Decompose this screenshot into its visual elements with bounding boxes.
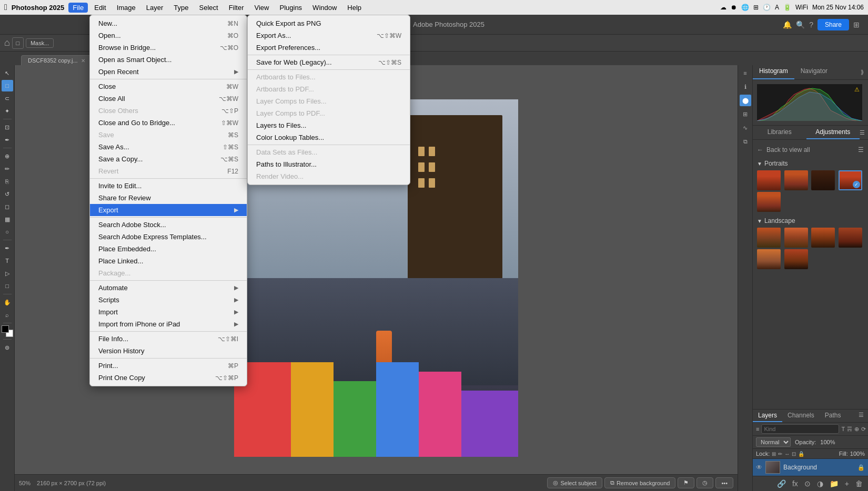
export-as-label: Export As...: [256, 32, 291, 39]
menu-select[interactable]: Select: [195, 3, 222, 13]
menu-place-linked[interactable]: Place Linked...: [90, 255, 247, 267]
menu-type[interactable]: Type: [169, 3, 193, 13]
menu-revert-label: Revert: [98, 167, 118, 175]
menu-search-stock[interactable]: Search Adobe Stock...: [90, 219, 247, 231]
menu-share-review-label: Share for Review: [98, 194, 151, 202]
menubar-clock[interactable]: 🕐: [763, 4, 771, 11]
menu-close-others: Close Others ⌥⇧P: [90, 105, 247, 117]
menu-filter[interactable]: Filter: [225, 3, 248, 13]
menu-window[interactable]: Window: [308, 3, 341, 13]
menu-sep-5: [90, 331, 247, 332]
export-sep-2: [248, 69, 410, 70]
menu-import-iphone[interactable]: Import from iPhone or iPad ▶: [90, 318, 247, 330]
menu-help[interactable]: Help: [343, 3, 366, 13]
menu-export-label: Export: [98, 206, 118, 214]
menubar-record[interactable]: ⏺: [731, 4, 737, 11]
menu-open-smart-label: Open as Smart Object...: [98, 56, 171, 64]
quick-export-png-label: Quick Export as PNG: [256, 19, 321, 27]
menu-place-embedded[interactable]: Place Embedded...: [90, 243, 247, 255]
submenu-quick-export-png[interactable]: Quick Export as PNG: [248, 17, 410, 29]
menu-automate-label: Automate: [98, 284, 128, 292]
menu-package: Package...: [90, 267, 247, 279]
layer-comps-files-label: Layer Comps to Files...: [256, 97, 327, 105]
menu-file-info[interactable]: File Info... ⌥⇧⌘I: [90, 333, 247, 345]
menu-version-history-label: Version History: [98, 347, 144, 355]
menu-overlay[interactable]: New... ⌘N Open... ⌘O Browse in Bridge...…: [0, 0, 868, 491]
apple-menu[interactable]: : [4, 3, 7, 12]
file-menu: New... ⌘N Open... ⌘O Browse in Bridge...…: [89, 15, 247, 386]
menu-edit[interactable]: Edit: [90, 3, 110, 13]
menu-open[interactable]: Open... ⌘O: [90, 29, 247, 42]
menu-export[interactable]: Export ▶: [90, 204, 247, 216]
menubar-grid[interactable]: ⊞: [753, 4, 759, 11]
menu-close-bridge-label: Close and Go to Bridge...: [98, 119, 175, 127]
submenu-color-lookup[interactable]: Color Lookup Tables...: [248, 131, 410, 144]
menu-import-label: Import: [98, 308, 118, 316]
menu-sep-2: [90, 178, 247, 179]
menu-invite-edit[interactable]: Invite to Edit...: [90, 180, 247, 192]
submenu-export-as[interactable]: Export As... ⌥⇧⌘W: [248, 29, 410, 42]
submenu-save-for-web[interactable]: Save for Web (Legacy)... ⌥⇧⌘S: [248, 56, 410, 68]
menu-print-one-copy[interactable]: Print One Copy ⌥⇧⌘P: [90, 372, 247, 384]
menu-scripts[interactable]: Scripts ▶: [90, 294, 247, 306]
menu-package-label: Package...: [98, 269, 130, 277]
menu-view[interactable]: View: [250, 3, 274, 13]
menu-browse-bridge[interactable]: Browse in Bridge... ⌥⌘O: [90, 42, 247, 54]
submenu-export-preferences[interactable]: Export Preferences...: [248, 42, 410, 54]
menu-version-history[interactable]: Version History: [90, 345, 247, 357]
menu-close-bridge[interactable]: Close and Go to Bridge... ⇧⌘W: [90, 117, 247, 129]
menubar-wifi[interactable]: WiFi: [795, 4, 808, 11]
menu-close-all[interactable]: Close All ⌥⌘W: [90, 93, 247, 105]
menu-new-label: New...: [98, 19, 117, 27]
export-preferences-label: Export Preferences...: [256, 44, 320, 52]
submenu-data-sets: Data Sets as Files...: [248, 146, 410, 158]
app-name[interactable]: Photoshop 2025: [12, 4, 64, 12]
menu-automate[interactable]: Automate ▶: [90, 282, 247, 294]
menu-save-label: Save: [98, 131, 114, 139]
menu-save-as-label: Save As...: [98, 143, 129, 151]
artboards-pdf-label: Artboards to PDF...: [256, 85, 314, 93]
menu-save-as[interactable]: Save As... ⇧⌘S: [90, 141, 247, 153]
save-for-web-label: Save for Web (Legacy)...: [256, 58, 332, 66]
menu-print[interactable]: Print... ⌘P: [90, 360, 247, 372]
layer-comps-pdf-label: Layer Comps to PDF...: [256, 109, 325, 117]
menu-share-review[interactable]: Share for Review: [90, 192, 247, 204]
menu-open-recent[interactable]: Open Recent ▶: [90, 66, 247, 78]
menubar-battery[interactable]: 🔋: [783, 4, 791, 11]
menu-save: Save ⌘S: [90, 129, 247, 141]
submenu-artboards-files: Artboards to Files...: [248, 71, 410, 83]
menu-plugins[interactable]: Plugins: [275, 3, 306, 13]
menubar-calendar[interactable]: 🌐: [741, 4, 749, 11]
menubar:  Photoshop 2025 File Edit Image Layer T…: [0, 0, 868, 15]
menu-new[interactable]: New... ⌘N: [90, 17, 247, 29]
menu-search-express[interactable]: Search Adobe Express Templates...: [90, 231, 247, 243]
submenu-paths-illustrator[interactable]: Paths to Illustrator...: [248, 158, 410, 170]
menu-import[interactable]: Import ▶: [90, 306, 247, 318]
paths-illustrator-label: Paths to Illustrator...: [256, 160, 317, 168]
menu-layer[interactable]: Layer: [142, 3, 168, 13]
menu-close[interactable]: Close ⌘W: [90, 80, 247, 93]
menubar-font[interactable]: A: [775, 4, 779, 11]
menubar-creative-cloud[interactable]: ☁: [720, 4, 726, 11]
menu-close-others-label: Close Others: [98, 107, 138, 115]
menu-file-info-label: File Info...: [98, 335, 128, 343]
submenu-render-video: Render Video...: [248, 170, 410, 182]
submenu-layers-to-files[interactable]: Layers to Files...: [248, 119, 410, 131]
artboards-files-label: Artboards to Files...: [256, 73, 316, 81]
submenu-layer-comps-pdf: Layer Comps to PDF...: [248, 107, 410, 119]
menu-open-smart-object[interactable]: Open as Smart Object...: [90, 54, 247, 66]
menu-place-embedded-label: Place Embedded...: [98, 245, 156, 253]
layers-to-files-label: Layers to Files...: [256, 121, 306, 129]
render-video-label: Render Video...: [256, 172, 304, 180]
menu-file[interactable]: File: [68, 3, 88, 13]
menu-save-copy[interactable]: Save a Copy... ⌥⌘S: [90, 153, 247, 165]
menu-image[interactable]: Image: [113, 3, 140, 13]
export-submenu: Quick Export as PNG Export As... ⌥⇧⌘W Ex…: [247, 15, 410, 185]
menu-sep-1: [90, 79, 247, 79]
menu-revert: Revert F12: [90, 165, 247, 177]
menu-search-express-label: Search Adobe Express Templates...: [98, 233, 207, 241]
menu-import-iphone-label: Import from iPhone or iPad: [98, 320, 180, 328]
data-sets-label: Data Sets as Files...: [256, 148, 317, 156]
menu-place-linked-label: Place Linked...: [98, 257, 143, 265]
menu-save-copy-label: Save a Copy...: [98, 155, 143, 163]
